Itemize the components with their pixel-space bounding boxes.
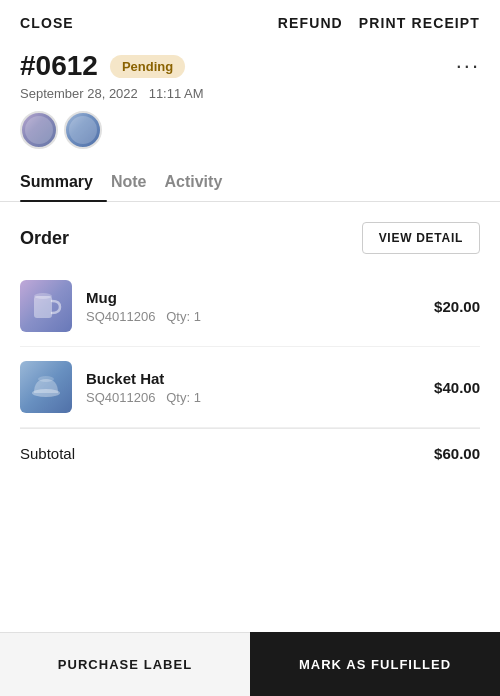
order-number: #0612: [20, 50, 98, 82]
close-label: CLOSE: [20, 15, 74, 31]
order-date: September 28, 2022: [20, 86, 138, 101]
mug-icon: [26, 286, 66, 326]
main-content: Order VIEW DETAIL Mug SQ4011206 Qty: 1 $…: [0, 202, 500, 478]
subtotal-label: Subtotal: [20, 445, 75, 462]
product-item-hat: Bucket Hat SQ4011206 Qty: 1 $40.00: [20, 347, 480, 428]
avatar-mug-inner: [25, 116, 53, 144]
product-thumbnail-mug: [20, 280, 72, 332]
product-sku-mug: SQ4011206: [86, 309, 155, 324]
svg-rect-0: [34, 296, 52, 318]
avatar-mug: [20, 111, 58, 149]
purchase-label-button[interactable]: PURCHASE LABEL: [0, 632, 250, 696]
order-datetime: September 28, 2022 11:11 AM: [20, 86, 480, 101]
tab-summary[interactable]: Summary: [20, 163, 107, 201]
product-thumbnail-hat: [20, 361, 72, 413]
product-meta-mug: SQ4011206 Qty: 1: [86, 309, 420, 324]
order-title-row: #0612 Pending ···: [20, 50, 480, 82]
product-info-mug: Mug SQ4011206 Qty: 1: [86, 289, 420, 324]
product-price-hat: $40.00: [434, 379, 480, 396]
hat-icon: [26, 367, 66, 407]
order-section-title: Order: [20, 228, 69, 249]
product-meta-hat: SQ4011206 Qty: 1: [86, 390, 420, 405]
top-bar: CLOSE REFUND PRINT RECEIPT: [0, 0, 500, 42]
order-section-header: Order VIEW DETAIL: [20, 202, 480, 266]
product-avatars: [0, 101, 500, 159]
avatar-hat: [64, 111, 102, 149]
svg-point-3: [38, 376, 54, 382]
product-price-mug: $20.00: [434, 298, 480, 315]
print-receipt-button[interactable]: PRINT RECEIPT: [359, 15, 480, 31]
close-button[interactable]: CLOSE: [20, 14, 74, 32]
product-name-mug: Mug: [86, 289, 420, 306]
view-detail-button[interactable]: VIEW DETAIL: [362, 222, 480, 254]
tab-activity[interactable]: Activity: [164, 163, 236, 201]
bottom-bar: PURCHASE LABEL MARK AS FULFILLED: [0, 632, 500, 696]
subtotal-value: $60.00: [434, 445, 480, 462]
product-qty-mug: Qty: 1: [166, 309, 201, 324]
tab-activity-label: Activity: [164, 173, 222, 190]
product-sku-hat: SQ4011206: [86, 390, 155, 405]
status-badge: Pending: [110, 55, 185, 78]
tabs-bar: Summary Note Activity: [0, 163, 500, 202]
order-time: 11:11 AM: [149, 86, 204, 101]
top-bar-actions: REFUND PRINT RECEIPT: [278, 15, 480, 31]
product-name-hat: Bucket Hat: [86, 370, 420, 387]
refund-button[interactable]: REFUND: [278, 15, 343, 31]
tab-note[interactable]: Note: [111, 163, 161, 201]
svg-point-1: [34, 293, 52, 299]
tab-summary-label: Summary: [20, 173, 93, 190]
product-info-hat: Bucket Hat SQ4011206 Qty: 1: [86, 370, 420, 405]
more-options-button[interactable]: ···: [456, 53, 480, 79]
product-qty-hat: Qty: 1: [166, 390, 201, 405]
order-header: #0612 Pending ··· September 28, 2022 11:…: [0, 42, 500, 101]
subtotal-row: Subtotal $60.00: [20, 428, 480, 478]
tab-note-label: Note: [111, 173, 147, 190]
avatar-hat-inner: [69, 116, 97, 144]
product-item-mug: Mug SQ4011206 Qty: 1 $20.00: [20, 266, 480, 347]
mark-fulfilled-button[interactable]: MARK AS FULFILLED: [250, 632, 500, 696]
